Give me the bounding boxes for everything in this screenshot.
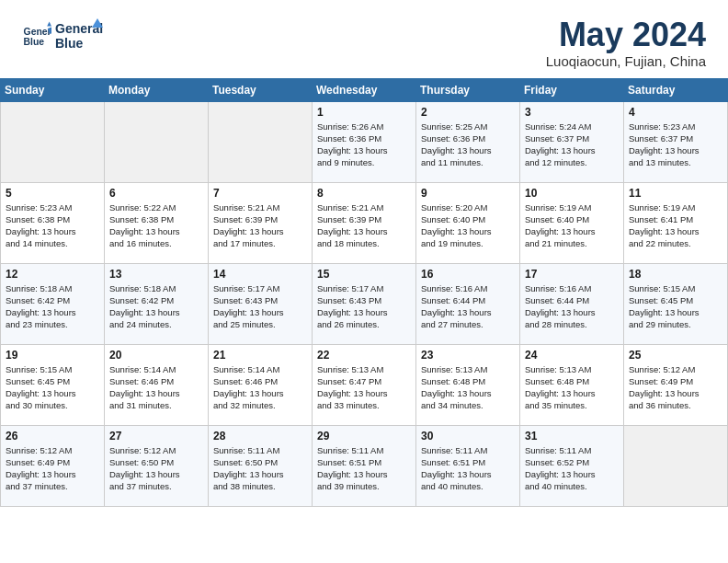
weekday-header-tuesday: Tuesday (209, 78, 313, 101)
day-number: 31 (525, 430, 619, 442)
day-number: 22 (317, 349, 411, 362)
calendar-cell: 15Sunrise: 5:17 AM Sunset: 6:43 PM Dayli… (313, 263, 416, 344)
calendar-cell: 4Sunrise: 5:23 AM Sunset: 6:37 PM Daylig… (624, 101, 728, 182)
day-number: 7 (213, 187, 307, 200)
weekday-header-sunday: Sunday (1, 78, 105, 101)
week-row-2: 5Sunrise: 5:23 AM Sunset: 6:38 PM Daylig… (1, 182, 728, 263)
day-info: Sunrise: 5:12 AM Sunset: 6:49 PM Dayligh… (6, 444, 99, 493)
day-number: 18 (629, 268, 722, 281)
day-number: 23 (421, 349, 515, 362)
calendar-cell (209, 101, 313, 182)
weekday-header-wednesday: Wednesday (313, 78, 416, 101)
day-number: 24 (525, 349, 619, 362)
day-info: Sunrise: 5:20 AM Sunset: 6:40 PM Dayligh… (421, 201, 515, 250)
day-info: Sunrise: 5:12 AM Sunset: 6:50 PM Dayligh… (109, 444, 203, 493)
day-number: 4 (629, 106, 722, 119)
calendar-cell: 7Sunrise: 5:21 AM Sunset: 6:39 PM Daylig… (209, 182, 313, 263)
calendar-cell: 25Sunrise: 5:12 AM Sunset: 6:49 PM Dayli… (624, 344, 728, 425)
day-info: Sunrise: 5:16 AM Sunset: 6:44 PM Dayligh… (421, 282, 515, 331)
day-info: Sunrise: 5:11 AM Sunset: 6:50 PM Dayligh… (213, 444, 307, 493)
day-info: Sunrise: 5:15 AM Sunset: 6:45 PM Dayligh… (6, 363, 99, 412)
weekday-header-thursday: Thursday (416, 78, 520, 101)
calendar-subtitle: Luoqiaocun, Fujian, China (546, 53, 706, 69)
calendar-cell: 6Sunrise: 5:22 AM Sunset: 6:38 PM Daylig… (105, 182, 209, 263)
day-info: Sunrise: 5:25 AM Sunset: 6:36 PM Dayligh… (421, 121, 515, 169)
week-row-1: 1Sunrise: 5:26 AM Sunset: 6:36 PM Daylig… (1, 101, 728, 182)
calendar-cell: 27Sunrise: 5:12 AM Sunset: 6:50 PM Dayli… (105, 425, 209, 506)
calendar-cell: 31Sunrise: 5:11 AM Sunset: 6:52 PM Dayli… (520, 425, 624, 506)
day-number: 19 (6, 349, 99, 362)
calendar-cell: 26Sunrise: 5:12 AM Sunset: 6:49 PM Dayli… (1, 425, 105, 506)
svg-text:General: General (24, 27, 51, 37)
day-info: Sunrise: 5:19 AM Sunset: 6:41 PM Dayligh… (629, 201, 722, 250)
day-number: 30 (421, 430, 515, 442)
calendar-header: General Blue General Blue May 2024 Luoqi… (0, 0, 728, 78)
day-number: 12 (6, 268, 99, 281)
calendar-cell: 2Sunrise: 5:25 AM Sunset: 6:36 PM Daylig… (416, 101, 520, 182)
day-info: Sunrise: 5:12 AM Sunset: 6:49 PM Dayligh… (629, 363, 722, 412)
calendar-cell: 3Sunrise: 5:24 AM Sunset: 6:37 PM Daylig… (520, 101, 624, 182)
title-block: May 2024 Luoqiaocun, Fujian, China (546, 17, 706, 69)
day-info: Sunrise: 5:11 AM Sunset: 6:51 PM Dayligh… (421, 444, 515, 493)
week-row-3: 12Sunrise: 5:18 AM Sunset: 6:42 PM Dayli… (1, 263, 728, 344)
day-info: Sunrise: 5:24 AM Sunset: 6:37 PM Dayligh… (525, 121, 619, 169)
day-info: Sunrise: 5:26 AM Sunset: 6:36 PM Dayligh… (317, 121, 411, 169)
calendar-cell: 29Sunrise: 5:11 AM Sunset: 6:51 PM Dayli… (313, 425, 416, 506)
day-info: Sunrise: 5:23 AM Sunset: 6:37 PM Dayligh… (629, 121, 722, 169)
calendar-cell: 8Sunrise: 5:21 AM Sunset: 6:39 PM Daylig… (313, 182, 416, 263)
day-info: Sunrise: 5:11 AM Sunset: 6:51 PM Dayligh… (317, 444, 411, 493)
calendar-cell: 17Sunrise: 5:16 AM Sunset: 6:44 PM Dayli… (520, 263, 624, 344)
day-number: 11 (629, 187, 722, 200)
calendar-cell: 1Sunrise: 5:26 AM Sunset: 6:36 PM Daylig… (313, 101, 416, 182)
calendar-cell: 9Sunrise: 5:20 AM Sunset: 6:40 PM Daylig… (416, 182, 520, 263)
day-info: Sunrise: 5:23 AM Sunset: 6:38 PM Dayligh… (6, 201, 99, 250)
day-number: 16 (421, 268, 515, 281)
day-info: Sunrise: 5:13 AM Sunset: 6:47 PM Dayligh… (317, 363, 411, 412)
day-number: 3 (525, 106, 619, 119)
day-number: 17 (525, 268, 619, 281)
day-info: Sunrise: 5:13 AM Sunset: 6:48 PM Dayligh… (525, 363, 619, 412)
svg-text:Blue: Blue (55, 36, 84, 51)
calendar-cell: 10Sunrise: 5:19 AM Sunset: 6:40 PM Dayli… (520, 182, 624, 263)
day-number: 26 (6, 430, 99, 442)
weekday-header-saturday: Saturday (624, 78, 728, 101)
calendar-cell: 18Sunrise: 5:15 AM Sunset: 6:45 PM Dayli… (624, 263, 728, 344)
day-number: 27 (109, 430, 203, 442)
day-number: 29 (317, 430, 411, 442)
day-number: 25 (629, 349, 722, 362)
calendar-table: SundayMondayTuesdayWednesdayThursdayFrid… (0, 78, 728, 507)
day-info: Sunrise: 5:17 AM Sunset: 6:43 PM Dayligh… (213, 282, 307, 331)
calendar-cell: 30Sunrise: 5:11 AM Sunset: 6:51 PM Dayli… (416, 425, 520, 506)
day-number: 6 (109, 187, 203, 200)
day-number: 2 (421, 106, 515, 119)
calendar-cell: 14Sunrise: 5:17 AM Sunset: 6:43 PM Dayli… (209, 263, 313, 344)
day-number: 10 (525, 187, 619, 200)
day-info: Sunrise: 5:22 AM Sunset: 6:38 PM Dayligh… (109, 201, 203, 250)
calendar-cell: 22Sunrise: 5:13 AM Sunset: 6:47 PM Dayli… (313, 344, 416, 425)
day-number: 14 (213, 268, 307, 281)
calendar-cell (105, 101, 209, 182)
weekday-header-row: SundayMondayTuesdayWednesdayThursdayFrid… (1, 78, 728, 101)
day-info: Sunrise: 5:17 AM Sunset: 6:43 PM Dayligh… (317, 282, 411, 331)
day-info: Sunrise: 5:14 AM Sunset: 6:46 PM Dayligh… (213, 363, 307, 412)
day-number: 9 (421, 187, 515, 200)
calendar-cell: 21Sunrise: 5:14 AM Sunset: 6:46 PM Dayli… (209, 344, 313, 425)
calendar-cell: 5Sunrise: 5:23 AM Sunset: 6:38 PM Daylig… (1, 182, 105, 263)
calendar-cell: 20Sunrise: 5:14 AM Sunset: 6:46 PM Dayli… (105, 344, 209, 425)
week-row-5: 26Sunrise: 5:12 AM Sunset: 6:49 PM Dayli… (1, 425, 728, 506)
calendar-cell: 19Sunrise: 5:15 AM Sunset: 6:45 PM Dayli… (1, 344, 105, 425)
week-row-4: 19Sunrise: 5:15 AM Sunset: 6:45 PM Dayli… (1, 344, 728, 425)
svg-marker-2 (47, 22, 51, 27)
calendar-cell: 11Sunrise: 5:19 AM Sunset: 6:41 PM Dayli… (624, 182, 728, 263)
calendar-cell (624, 425, 728, 506)
day-info: Sunrise: 5:21 AM Sunset: 6:39 PM Dayligh… (213, 201, 307, 250)
day-info: Sunrise: 5:16 AM Sunset: 6:44 PM Dayligh… (525, 282, 619, 331)
weekday-header-monday: Monday (105, 78, 209, 101)
weekday-header-friday: Friday (520, 78, 624, 101)
day-info: Sunrise: 5:19 AM Sunset: 6:40 PM Dayligh… (525, 201, 619, 250)
day-number: 1 (317, 106, 411, 119)
day-info: Sunrise: 5:18 AM Sunset: 6:42 PM Dayligh… (109, 282, 203, 331)
calendar-cell: 23Sunrise: 5:13 AM Sunset: 6:48 PM Dayli… (416, 344, 520, 425)
day-number: 13 (109, 268, 203, 281)
day-info: Sunrise: 5:21 AM Sunset: 6:39 PM Dayligh… (317, 201, 411, 250)
